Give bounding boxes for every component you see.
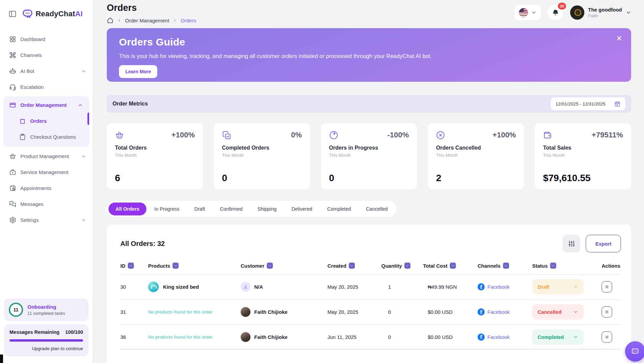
chevron-down-icon [531,10,537,15]
metric-percent: +79511% [592,131,623,139]
row-actions-button[interactable] [602,281,612,292]
metric-value: 2 [436,173,516,184]
learn-more-button[interactable]: Learn More [119,65,157,78]
onboarding-subtitle: 11 completed tasks [27,311,65,316]
upgrade-plan-link[interactable]: Upgrade plan to continue [9,346,83,351]
robot-icon [9,68,16,75]
status-dropdown[interactable]: Draft [532,279,584,294]
filter-chevron-icon[interactable] [450,263,456,269]
channel-link[interactable]: f Facebook [478,308,532,316]
copy-check-icon [222,131,231,140]
tab-completed[interactable]: Completed [320,203,358,215]
avatar [570,5,584,20]
sidebar-item-appointments[interactable]: Appointments [0,180,93,196]
profile-menu[interactable]: The goodfood Faith [570,5,631,20]
channel-link[interactable]: f Facebook [478,333,532,341]
metric-percent: 0% [291,131,302,139]
filter-chevron-icon[interactable] [404,263,410,269]
person-icon [243,284,248,289]
product-name[interactable]: No products found for this order [148,335,213,340]
column-products: Products [148,263,170,269]
breadcrumb-orders: Orders [181,18,196,23]
metric-card-orders-in-progress: -100% Orders in Progress This Month 0 [321,123,417,190]
sidebar-item-label: Channels [20,52,42,58]
column-channels: Channels [478,263,501,269]
sidebar-item-orders[interactable]: Orders [3,113,89,129]
metric-value: 6 [115,173,195,184]
date-range-picker[interactable]: 12/01/2025 - 12/31/2025 [551,97,625,110]
sidebar-item-label: AI Bot [20,68,34,74]
metric-percent: +100% [492,131,516,139]
quantity: 1 [381,284,423,290]
circle-x-icon [436,131,445,140]
filter-chevron-icon[interactable] [173,263,179,269]
tab-delivered[interactable]: Delivered [284,203,319,215]
tab-shipping[interactable]: Shipping [250,203,284,215]
onboarding-card[interactable]: 11 Onboarding 11 completed tasks [4,299,88,321]
app-logo: ReadyChatAI [22,9,83,19]
export-button[interactable]: Export [586,235,621,252]
chevron-up-icon [78,102,83,108]
sidebar-item-ai-bot[interactable]: AI Bot [0,63,93,79]
calendar-icon [614,101,621,107]
created-date: May 20, 2025 [327,284,381,290]
sidebar-collapse-icon[interactable] [8,9,17,18]
channel-link[interactable]: f Facebook [478,283,532,290]
sidebar-item-dashboard[interactable]: Dashboard [0,31,93,47]
sidebar-item-checkout-questions[interactable]: Checkout Questions [3,129,89,145]
channel-name: Facebook [487,334,510,340]
gear-icon [9,216,16,224]
column-id: ID [120,263,125,269]
chevron-down-icon [81,154,86,159]
tab-in-progress[interactable]: In Progress [147,203,186,215]
filter-chevron-icon[interactable] [503,263,509,269]
language-selector[interactable] [515,5,541,20]
customer-avatar [241,307,250,317]
breadcrumb-order-management[interactable]: Order Management [125,18,169,23]
sidebar-item-escalation[interactable]: Escalation [0,79,93,95]
product-image [148,282,159,292]
sidebar-item-label: Escalation [20,84,44,90]
status-dropdown[interactable]: Completed [532,329,584,345]
tab-all-orders[interactable]: All Orders [108,203,146,215]
sidebar-item-service-management[interactable]: Service Management [0,164,93,180]
filter-chevron-icon[interactable] [349,263,355,269]
metric-period: This Month [115,153,195,158]
close-icon[interactable]: ✕ [616,35,622,42]
home-icon[interactable] [107,17,114,24]
filter-chevron-icon[interactable] [267,263,273,269]
row-actions-button[interactable] [602,331,612,343]
sidebar-item-settings[interactable]: Settings [0,212,93,228]
basket-icon [9,153,16,160]
quantity: 0 [381,334,423,340]
table-title: All Orders: 32 [120,240,165,248]
notifications-button[interactable]: 20 [548,5,563,20]
sidebar-item-product-management[interactable]: Product Management [0,148,93,164]
metric-period: This Month [436,153,516,158]
row-actions-button[interactable] [602,306,612,318]
brand-name: ReadyChat [36,9,75,18]
metric-value: 0 [329,173,409,184]
quantity: 0 [381,309,423,315]
status-label: Cancelled [538,309,562,315]
status-dropdown[interactable]: Cancelled [532,304,584,320]
sidebar-item-label: Service Management [20,169,68,175]
total-cost: ₦49.99 NGN [423,284,478,290]
sidebar: ReadyChatAI Dashboard Channels AI Bot Es… [0,0,93,363]
calendar-clock-icon [9,185,16,192]
filter-button[interactable] [563,235,580,252]
tab-draft[interactable]: Draft [187,203,212,215]
customer-avatar [241,332,250,342]
sidebar-item-messages[interactable]: Messages [0,196,93,212]
tab-confirmed[interactable]: Confirmed [213,203,250,215]
chat-widget-button[interactable] [625,341,644,362]
product-name[interactable]: No products found for this order [148,309,213,314]
sidebar-item-order-management[interactable]: Order Management [3,97,89,113]
readychat-logo-icon [22,9,33,19]
menu-icon [605,285,609,289]
filter-chevron-icon[interactable] [550,263,556,269]
sidebar-item-channels[interactable]: Channels [0,47,93,63]
filter-chevron-icon[interactable] [128,263,134,269]
tab-cancelled[interactable]: Cancelled [359,203,395,215]
app-window: ReadyChatAI Dashboard Channels AI Bot Es… [0,0,644,363]
